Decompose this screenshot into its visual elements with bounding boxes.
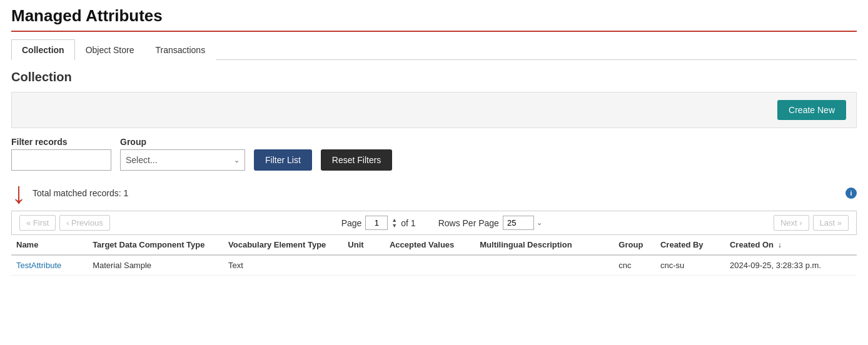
rows-chevron-icon[interactable]: ⌄ [537, 219, 542, 227]
group-filter-group: Group Select... ⌄ [120, 137, 245, 171]
filter-records-input[interactable] [11, 149, 111, 171]
tab-collection[interactable]: Collection [11, 39, 75, 60]
create-new-button[interactable]: Create New [777, 100, 846, 120]
cell-created-on: 2024-09-25, 3:28:33 p.m. [725, 255, 857, 276]
table-row: TestAttribute Material Sample Text cnc c… [11, 255, 857, 276]
pagination-center: Page ▲ ▼ of 1 Rows Per Page ⌄ [341, 216, 542, 230]
filter-list-button[interactable]: Filter List [254, 149, 312, 171]
chevron-down-icon: ⌄ [234, 156, 240, 164]
tabs-bar: Collection Object Store Transactions [11, 39, 857, 60]
red-arrow-icon: ↓ [11, 178, 26, 208]
sort-desc-icon: ↓ [778, 241, 782, 249]
rows-per-page-input[interactable] [503, 216, 534, 230]
rows-per-page-label: Rows Per Page [438, 218, 499, 228]
group-select[interactable]: Select... ⌄ [120, 149, 245, 171]
first-page-button[interactable]: « First [19, 215, 56, 231]
page-spinner[interactable]: ▲ ▼ [391, 218, 397, 229]
col-header-created-by: Created By [655, 235, 725, 255]
attribute-name-link[interactable]: TestAttribute [16, 261, 61, 270]
previous-page-button[interactable]: ‹ Previous [59, 215, 110, 231]
col-header-unit: Unit [343, 235, 385, 255]
section-title: Collection [11, 70, 857, 84]
total-records-text: Total matched records: 1 [33, 188, 128, 198]
page-label: Page [341, 218, 362, 228]
rows-per-page-select-wrapper: ⌄ [503, 216, 542, 230]
filter-row: Filter records Group Select... ⌄ Filter … [11, 137, 857, 171]
page-title: Managed Attributes [11, 6, 857, 32]
managed-attributes-table: Name Target Data Component Type Vocabula… [11, 235, 857, 276]
col-header-accepted-values: Accepted Values [385, 235, 475, 255]
info-icon[interactable]: i [845, 188, 857, 199]
cell-vocabulary-element-type: Text [223, 255, 343, 276]
last-page-button[interactable]: Last » [813, 215, 849, 231]
group-label: Group [120, 137, 245, 147]
col-header-multilingual-description: Multilingual Description [475, 235, 613, 255]
pagination-right: Next › Last » [774, 215, 849, 231]
total-row: ↓ Total matched records: 1 i [11, 178, 857, 208]
group-select-placeholder: Select... [126, 155, 158, 165]
toolbar-bar: Create New [11, 92, 857, 128]
tab-transactions[interactable]: Transactions [145, 39, 216, 60]
col-header-name: Name [11, 235, 88, 255]
page-number-input[interactable] [365, 216, 388, 230]
cell-name: TestAttribute [11, 255, 88, 276]
cell-multilingual-description [475, 255, 613, 276]
col-header-target-data-component-type: Target Data Component Type [88, 235, 223, 255]
page-of-text: of 1 [401, 218, 415, 228]
filter-records-group: Filter records [11, 137, 111, 171]
table-header-row: Name Target Data Component Type Vocabula… [11, 235, 857, 255]
filter-records-label: Filter records [11, 137, 111, 147]
cell-unit [343, 255, 385, 276]
cell-target-data-component-type: Material Sample [88, 255, 223, 276]
cell-group: cnc [613, 255, 655, 276]
reset-filters-button[interactable]: Reset Filters [321, 149, 393, 171]
cell-accepted-values [385, 255, 475, 276]
pagination-left: « First ‹ Previous [19, 215, 110, 231]
next-page-button[interactable]: Next › [774, 215, 809, 231]
pagination-bar: « First ‹ Previous Page ▲ ▼ of 1 Rows Pe… [11, 211, 857, 235]
col-header-created-on[interactable]: Created On ↓ [725, 235, 857, 255]
col-header-vocabulary-element-type: Vocabulary Element Type [223, 235, 343, 255]
tab-object-store[interactable]: Object Store [75, 39, 145, 60]
col-header-group: Group [613, 235, 655, 255]
cell-created-by: cnc-su [655, 255, 725, 276]
